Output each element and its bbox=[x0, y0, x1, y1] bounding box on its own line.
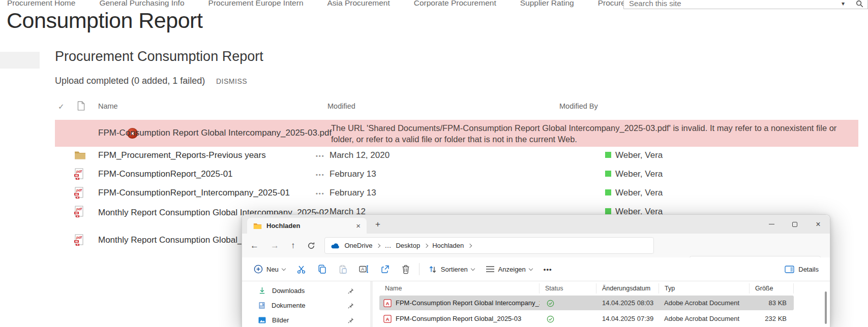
column-header-type[interactable]: Typ bbox=[659, 283, 750, 293]
file-list: Name Status Änderungsdatum Typ Größe A F… bbox=[379, 282, 794, 326]
cut-button[interactable] bbox=[291, 260, 312, 278]
acrobat-file-icon: A bbox=[383, 299, 392, 307]
more-commands-icon[interactable]: ••• bbox=[538, 260, 558, 278]
explorer-tab-hochladen[interactable]: Hochladen × bbox=[247, 218, 367, 234]
sidebar-stub bbox=[0, 52, 40, 69]
share-button[interactable] bbox=[375, 260, 396, 278]
file-row[interactable]: A FPM-Consumption Report Global_2025-03 … bbox=[379, 311, 794, 326]
breadcrumb-hochladen[interactable]: Hochladen bbox=[432, 242, 464, 249]
file-name[interactable]: Monthly Report Consumption Global_20 bbox=[98, 235, 252, 245]
command-bar: Neu A bbox=[242, 257, 830, 281]
document-type-icon[interactable] bbox=[77, 101, 85, 111]
chevron-right-icon[interactable] bbox=[376, 243, 380, 247]
chevron-down-icon bbox=[470, 266, 474, 270]
site-search-input[interactable] bbox=[629, 0, 842, 8]
select-all-check-icon[interactable]: ✓ bbox=[58, 102, 65, 111]
svg-text:pdf: pdf bbox=[76, 170, 82, 174]
modified-date: March 12, 2020 bbox=[330, 150, 390, 160]
more-options-icon[interactable]: ••• bbox=[316, 153, 325, 159]
file-list-header: Name Status Änderungsdatum Typ Größe bbox=[379, 282, 794, 295]
plus-circle-icon bbox=[254, 265, 263, 274]
pdf-file-icon: pdf bbox=[74, 187, 84, 201]
file-name[interactable]: FPM_Procurement_Reports-Previous years bbox=[98, 150, 266, 160]
file-name[interactable]: FPM-ConsumptionReport_2025-01 bbox=[98, 169, 233, 179]
sort-button-label: Sortieren bbox=[441, 266, 468, 273]
search-scope-caret-icon[interactable]: ▾ bbox=[842, 0, 845, 7]
column-header-name[interactable]: Name bbox=[98, 102, 118, 110]
nav-corporate-procurement[interactable]: Corporate Procurement bbox=[414, 0, 496, 9]
copy-button[interactable] bbox=[312, 260, 333, 278]
copy-icon bbox=[317, 265, 327, 274]
table-row[interactable]: FPM_Procurement_Reports-Previous years •… bbox=[0, 147, 868, 166]
forward-icon[interactable]: → bbox=[271, 241, 279, 251]
pictures-icon bbox=[258, 317, 266, 323]
more-options-icon[interactable]: ••• bbox=[316, 172, 325, 178]
table-row[interactable]: pdf FPM-ConsumptionReport_Intercompany_2… bbox=[0, 185, 868, 204]
section-title: Procurement Consumption Report bbox=[55, 49, 263, 64]
upload-error-row[interactable]: × FPM-Consumption Report Global Intercom… bbox=[55, 120, 858, 147]
view-button-label: Anzeigen bbox=[498, 266, 526, 273]
modified-by[interactable]: Weber, Vera bbox=[615, 150, 663, 160]
pin-icon[interactable] bbox=[348, 303, 354, 309]
page-title: Consumption Report bbox=[7, 8, 202, 33]
rename-button[interactable]: A bbox=[353, 260, 375, 278]
column-header-name[interactable]: Name bbox=[379, 283, 540, 293]
file-size: 83 KB bbox=[750, 299, 794, 307]
refresh-icon[interactable] bbox=[307, 242, 315, 250]
table-row[interactable]: pdf FPM-ConsumptionReport_2025-01 ••• Fe… bbox=[0, 166, 868, 185]
file-type: Adobe Acrobat Document bbox=[659, 315, 750, 322]
breadcrumb-ellipsis[interactable]: … bbox=[384, 242, 391, 249]
dismiss-button[interactable]: DISMISS bbox=[216, 77, 247, 85]
nav-general-purchasing-info[interactable]: General Purchasing Info bbox=[99, 0, 184, 9]
paste-button[interactable] bbox=[333, 260, 353, 278]
pane-separator[interactable] bbox=[370, 281, 373, 327]
delete-button[interactable] bbox=[396, 260, 416, 278]
sidebar-item-bilder[interactable]: Bilder bbox=[242, 313, 369, 327]
column-header-size[interactable]: Größe bbox=[750, 283, 794, 293]
new-tab-icon[interactable]: + bbox=[375, 219, 380, 230]
column-header-modified-by[interactable]: Modified By bbox=[559, 102, 598, 110]
column-header-modified[interactable]: Modified bbox=[327, 102, 355, 110]
up-icon[interactable]: ↑ bbox=[291, 241, 295, 251]
presence-indicator bbox=[605, 208, 611, 214]
sidebar-item-downloads[interactable]: Downloads bbox=[242, 283, 369, 298]
maximize-icon[interactable] bbox=[783, 215, 806, 234]
breadcrumb[interactable]: OneDrive … Desktop Hochladen bbox=[324, 237, 654, 254]
sort-button[interactable]: Sortieren bbox=[423, 260, 480, 278]
minimize-icon[interactable] bbox=[760, 215, 783, 234]
more-options-icon[interactable]: ••• bbox=[316, 190, 325, 197]
explorer-body: Downloads Dokumente bbox=[242, 281, 830, 327]
modified-by[interactable]: Weber, Vera bbox=[615, 188, 663, 198]
nav-supplier-rating[interactable]: Supplier Rating bbox=[520, 0, 574, 9]
pin-icon[interactable] bbox=[348, 288, 354, 294]
view-button[interactable]: Anzeigen bbox=[480, 260, 538, 278]
new-button[interactable]: Neu bbox=[248, 260, 291, 278]
pin-icon[interactable] bbox=[348, 317, 354, 323]
details-pane-button[interactable]: Details bbox=[785, 257, 819, 281]
file-name[interactable]: FPM-ConsumptionReport_Intercompany_2025-… bbox=[98, 188, 290, 198]
synced-check-icon bbox=[547, 300, 554, 307]
chevron-right-icon[interactable] bbox=[468, 243, 472, 247]
file-row-selected[interactable]: A FPM-Consumption Report Global Intercom… bbox=[379, 296, 794, 310]
column-header-status[interactable]: Status bbox=[540, 283, 596, 293]
search-icon[interactable] bbox=[856, 0, 863, 8]
chevron-right-icon[interactable] bbox=[424, 243, 428, 247]
trash-icon bbox=[401, 265, 410, 274]
nav-asia-procurement[interactable]: Asia Procurement bbox=[327, 0, 390, 9]
window-controls: × bbox=[760, 215, 830, 234]
back-icon[interactable]: ← bbox=[250, 241, 259, 251]
nav-procurement-europe-intern[interactable]: Procurement Europe Intern bbox=[208, 0, 304, 9]
breadcrumb-onedrive[interactable]: OneDrive bbox=[345, 242, 373, 249]
svg-text:pdf: pdf bbox=[76, 188, 82, 192]
sidebar-item-dokumente[interactable]: Dokumente bbox=[242, 298, 369, 313]
vertical-scrollbar[interactable] bbox=[825, 291, 827, 324]
paste-icon bbox=[338, 265, 348, 274]
modified-by[interactable]: Weber, Vera bbox=[615, 169, 663, 179]
column-header-date[interactable]: Änderungsdatum bbox=[596, 283, 659, 293]
nav-procurement-home[interactable]: Procurement Home bbox=[7, 0, 75, 9]
top-navigation: Procurement Home General Purchasing Info… bbox=[7, 0, 674, 9]
pdf-file-icon: pdf bbox=[74, 234, 84, 248]
breadcrumb-desktop[interactable]: Desktop bbox=[396, 242, 420, 249]
close-icon[interactable]: × bbox=[806, 215, 830, 234]
tab-close-icon[interactable]: × bbox=[356, 222, 361, 230]
